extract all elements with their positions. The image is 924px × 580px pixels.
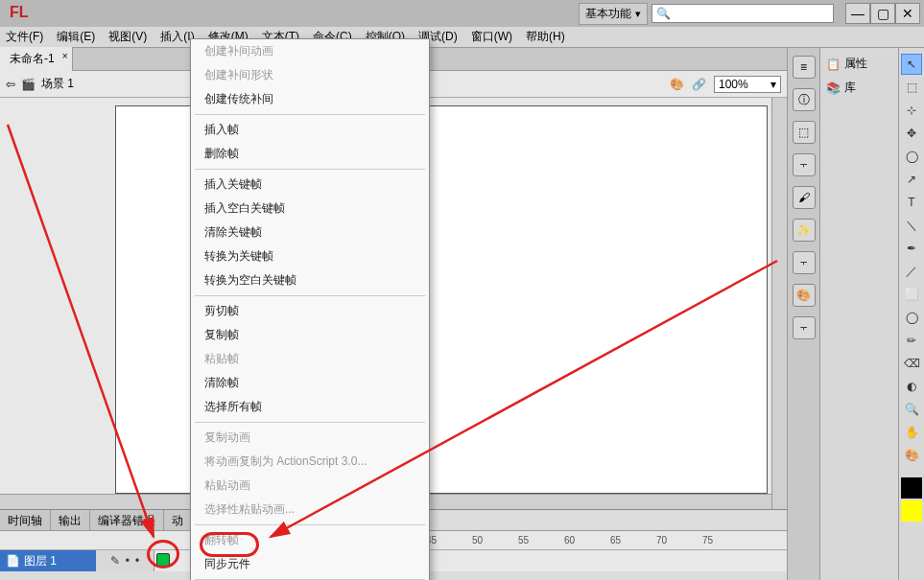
context-menu-separator [195,295,425,296]
chevron-down-icon: ▾ [635,8,641,20]
tab-timeline[interactable]: 时间轴 [0,510,51,530]
text-tool[interactable]: T [901,192,922,213]
dot-icon[interactable]: • [126,554,130,568]
properties-icon: 📋 [826,58,841,71]
context-menu-separator [195,169,425,170]
transform-icon[interactable]: ⬚ [793,121,816,144]
menubar: 文件(F) 编辑(E) 视图(V) 插入(I) 修改(M) 文本(T) 命令(C… [0,27,924,48]
layer-name: 图层 1 [24,553,57,569]
deco-tool[interactable]: ◯ [901,307,922,328]
scene-icon: 🎬 [21,78,36,91]
tools-panel: ↖ ⬚ ⊹ ✥ ◯ ↗ T ＼ ✒ ／ ⬜ ◯ ✏ ⌫ ◐ 🔍 ✋ 🎨 [899,48,924,580]
library-panel-button[interactable]: 📚 库 [824,78,894,98]
side-panel: 📋 属性 📚 库 [820,48,899,580]
workspace-dropdown[interactable]: 基本功能 ▾ [579,3,648,25]
lasso-tool[interactable]: ◯ [901,146,922,167]
document-tab-label: 未命名-1 [10,52,55,65]
selection-tool[interactable]: ↖ [901,54,922,75]
back-icon[interactable]: ⇦ [6,78,15,91]
context-menu-item[interactable]: 剪切帧 [191,299,429,323]
dock-menu-icon[interactable]: ≡ [793,56,816,79]
context-menu-item[interactable]: 插入空白关键帧 [191,197,429,220]
maximize-button[interactable]: ▢ [870,3,895,24]
layer-toggles[interactable]: ✎ • • [96,550,154,571]
context-menu-item[interactable]: 插入关键帧 [191,173,429,197]
menu-window[interactable]: 窗口(W) [471,29,512,45]
context-menu-item[interactable]: 插入帧 [191,118,429,142]
edit-symbols-icon[interactable]: 🔗 [692,78,706,91]
pen-tool[interactable]: ↗ [901,169,922,190]
context-menu-item[interactable]: 转换为空白关键帧 [191,268,429,292]
context-menu-item[interactable]: 选择所有帧 [191,395,429,419]
search-icon: 🔍 [656,7,671,20]
close-button[interactable]: ✕ [895,3,920,24]
swatches-icon[interactable]: 🖌 [793,186,816,209]
paint-bucket-tool[interactable]: ⌫ [901,353,922,374]
scene-label[interactable]: 场景 1 [41,76,74,92]
context-menu-item: 粘贴动画 [191,474,429,498]
context-menu-item[interactable]: 删除帧 [191,142,429,166]
context-menu-item: 翻转帧 [191,528,429,552]
line-tool[interactable]: ＼ [901,215,922,236]
menu-edit[interactable]: 编辑(E) [57,29,95,45]
context-menu-separator [195,422,425,423]
rectangle-tool[interactable]: ✒ [901,238,922,259]
ruler-mark: 55 [518,535,529,545]
ruler-mark: 75 [702,535,713,545]
brush-tool[interactable]: ⬜ [901,284,922,305]
app-icon: FL [4,4,27,23]
context-menu-item: 选择性粘贴动画... [191,498,429,522]
properties-panel-button[interactable]: 📋 属性 [824,54,894,74]
context-menu-item[interactable]: 转换为关键帧 [191,244,429,268]
free-transform-tool[interactable]: ⊹ [901,100,922,121]
tab-motion-editor[interactable]: 动 [164,510,192,530]
vertical-scrollbar[interactable] [771,98,787,509]
titlebar: FL 基本功能 ▾ 🔍 — ▢ ✕ [0,0,924,27]
info-icon[interactable]: ⓘ [793,88,816,111]
document-tab[interactable]: 未命名-1 × [0,47,73,71]
misc-icon[interactable]: ⫟ [793,316,816,339]
menu-view[interactable]: 视图(V) [108,29,147,45]
stroke-color[interactable] [901,477,922,499]
pencil-tool[interactable]: ／ [901,261,922,282]
fill-color[interactable] [901,500,922,522]
3d-rotation-tool[interactable]: ✥ [901,123,922,144]
subselection-tool[interactable]: ⬚ [901,77,922,98]
edit-scene-icon[interactable]: 🎨 [670,78,684,91]
bone-tool[interactable]: ✏ [901,330,922,351]
minimize-button[interactable]: — [845,3,870,24]
search-box[interactable]: 🔍 [652,4,834,23]
tab-compiler-errors[interactable]: 编译器错误 [90,510,164,530]
color-icon[interactable]: ✨ [793,219,816,242]
palette-icon[interactable]: 🎨 [793,284,816,307]
library-label: 库 [844,80,856,96]
keyframe-1[interactable] [156,553,170,567]
align-icon[interactable]: ⫟ [793,153,816,176]
context-menu-item: 创建补间动画 [191,39,429,63]
dock-column: ≡ ⓘ ⬚ ⫟ 🖌 ✨ ⫟ 🎨 ⫟ [787,48,820,580]
context-menu-item[interactable]: 同步元件 [191,552,429,576]
context-menu-item[interactable]: 清除帧 [191,371,429,395]
document-tab-close-icon[interactable]: × [62,51,68,61]
search-input[interactable] [671,7,829,20]
tab-output[interactable]: 输出 [51,510,90,530]
context-menu-item: 将动画复制为 ActionScript 3.0... [191,450,429,474]
context-menu-item[interactable]: 复制帧 [191,323,429,347]
menu-file[interactable]: 文件(F) [6,29,43,45]
eyedropper-tool[interactable]: ◐ [901,376,922,397]
zoom-input[interactable]: 100% ▾ [714,76,781,93]
ruler-mark: 70 [656,535,667,545]
eraser-tool[interactable]: 🔍 [901,399,922,420]
context-menu-item[interactable]: 清除关键帧 [191,220,429,244]
layer-name-cell[interactable]: 📄 图层 1 [0,553,96,569]
context-menu: 创建补间动画创建补间形状创建传统补间插入帧删除帧插入关键帧插入空白关键帧清除关键… [190,38,430,580]
hand-tool[interactable]: ✋ [901,422,922,443]
ruler-mark: 65 [610,535,621,545]
context-menu-item[interactable]: 创建传统补间 [191,87,429,111]
pen-icon[interactable]: ✎ [110,554,120,568]
align2-icon[interactable]: ⫟ [793,251,816,274]
zoom-tool[interactable]: 🎨 [901,445,922,466]
menu-help[interactable]: 帮助(H) [526,29,565,45]
dot-icon[interactable]: • [135,554,139,568]
properties-label: 属性 [844,56,867,72]
